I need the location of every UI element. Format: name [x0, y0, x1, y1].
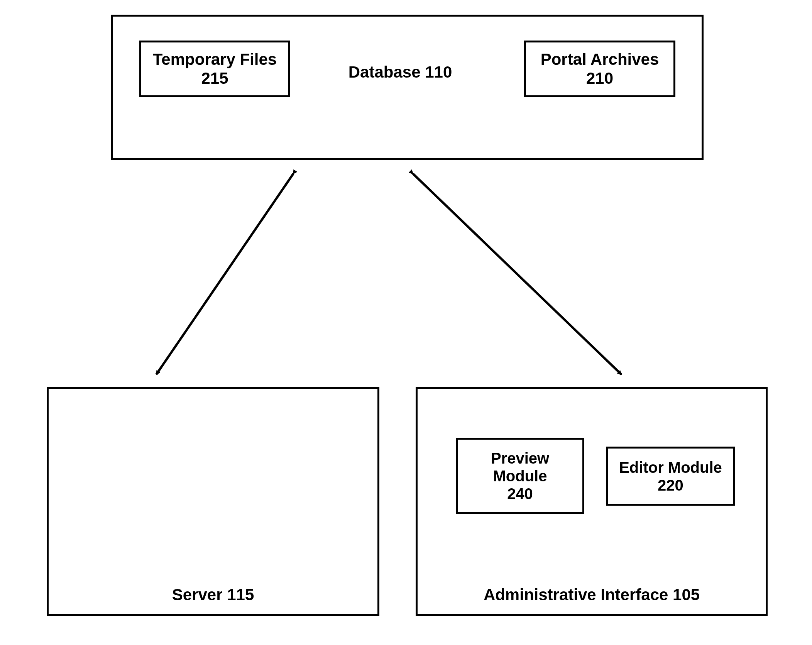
portal-archives-box: Portal Archives 210: [524, 41, 675, 97]
portal-archives-line2: 210: [586, 69, 613, 87]
preview-module-line1: Preview: [491, 450, 549, 467]
portal-archives-line1: Portal Archives: [541, 50, 659, 68]
preview-module-line2: Module: [493, 467, 547, 484]
temporary-files-text: Temporary Files 215: [153, 50, 277, 88]
admin-interface-box: Preview Module 240 Editor Module 220 Adm…: [416, 387, 768, 616]
preview-module-text: Preview Module 240: [491, 449, 549, 503]
arrow-database-admin: [413, 174, 621, 374]
database-label: Database 110: [331, 63, 470, 81]
editor-module-text: Editor Module 220: [619, 459, 722, 494]
preview-module-line3: 240: [507, 485, 533, 502]
diagram-stage: Temporary Files 215 Database 110 Portal …: [0, 0, 812, 645]
preview-module-box: Preview Module 240: [456, 438, 584, 514]
temporary-files-box: Temporary Files 215: [139, 41, 290, 97]
server-box: Server 115: [47, 387, 379, 616]
admin-interface-label: Administrative Interface 105: [418, 586, 766, 604]
server-label: Server 115: [49, 586, 377, 604]
database-box: Temporary Files 215 Database 110 Portal …: [111, 15, 704, 160]
editor-module-box: Editor Module 220: [606, 447, 735, 506]
temporary-files-line1: Temporary Files: [153, 50, 277, 68]
portal-archives-text: Portal Archives 210: [541, 50, 659, 88]
editor-module-line2: 220: [658, 477, 683, 494]
temporary-files-line2: 215: [201, 69, 228, 87]
editor-module-line1: Editor Module: [619, 459, 722, 476]
arrow-database-server: [156, 174, 293, 374]
